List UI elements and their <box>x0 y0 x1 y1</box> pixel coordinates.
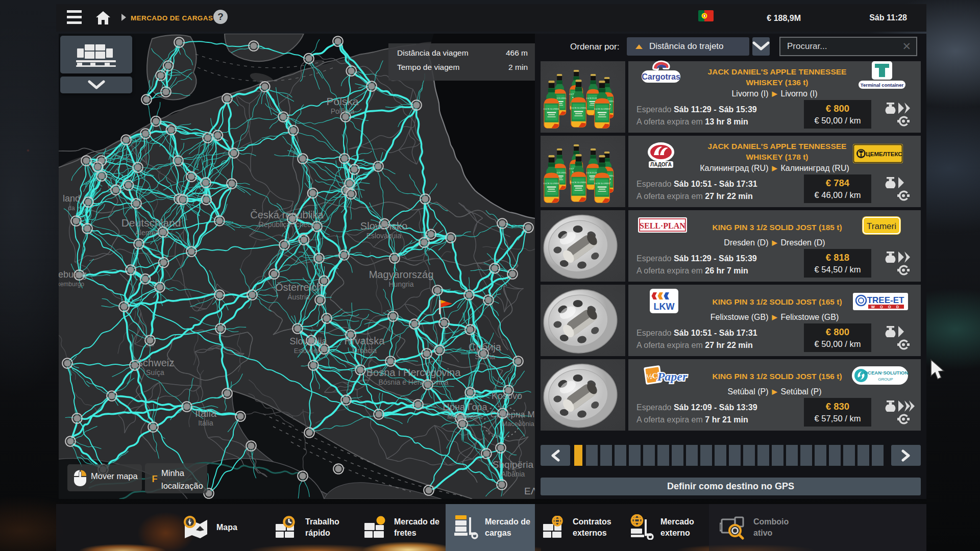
svg-text:JACK DANIEL: JACK DANIEL <box>570 107 586 109</box>
svg-text:Suíça: Suíça <box>146 368 164 377</box>
svg-text:Italia: Italia <box>195 408 217 419</box>
svg-text:JACK DANIEL: JACK DANIEL <box>594 108 610 110</box>
svg-text:Alemanha: Alemanha <box>135 229 167 237</box>
svg-text:Áustria: Áustria <box>287 293 310 301</box>
svg-text:uxemburgo: uxemburgo <box>59 281 84 288</box>
svg-text:Црна Гора: Црна Гора <box>443 402 488 412</box>
svg-text:Deutschland: Deutschland <box>121 217 181 229</box>
svg-text:Magyarország: Magyarország <box>369 269 434 280</box>
svg-text:tzebuerg: tzebuerg <box>59 269 87 280</box>
svg-text:JACK DANIEL: JACK DANIEL <box>594 182 610 185</box>
svg-text:Croácia: Croácia <box>352 346 377 355</box>
svg-text:Slovensko: Slovensko <box>360 220 407 232</box>
svg-text:Albânia: Albânia <box>501 470 525 478</box>
svg-text:ΕΛ: ΕΛ <box>524 486 535 496</box>
svg-text:Sérvia: Sérvia <box>475 353 495 361</box>
svg-text:Eslováquia: Eslováquia <box>366 232 402 240</box>
svg-text:Bosna i Hercegovina: Bosna i Hercegovina <box>366 367 461 378</box>
svg-text:Bósnia e Herzegovina: Bósnia e Herzegovina <box>379 378 449 386</box>
svg-text:JACK DANIEL: JACK DANIEL <box>570 181 586 184</box>
svg-text:Schweiz: Schweiz <box>136 357 174 368</box>
svg-text:República Tcheca: República Tcheca <box>259 220 315 229</box>
svg-text:Hrvatska: Hrvatska <box>345 335 385 346</box>
svg-text:Itália: Itália <box>198 419 213 427</box>
svg-text:Macedônia: Macedônia <box>502 420 534 428</box>
svg-text:land: land <box>63 193 80 204</box>
svg-text:Shqipëria: Shqipëria <box>493 459 534 470</box>
svg-text:Polska: Polska <box>326 95 358 107</box>
svg-text:Polônia: Polônia <box>331 107 355 115</box>
svg-text:Montenegro: Montenegro <box>447 413 482 420</box>
svg-text:GROUP: GROUP <box>878 377 893 382</box>
svg-text:Slovenija: Slovenija <box>289 336 327 346</box>
svg-text:Северна Мак.: Северна Мак. <box>490 410 535 419</box>
svg-text:da: da <box>68 205 75 212</box>
svg-text:Česká republika: Česká republika <box>250 209 324 220</box>
svg-text:Eslovênia: Eslovênia <box>294 347 323 355</box>
svg-text:JACK DANIEL: JACK DANIEL <box>543 108 559 110</box>
svg-text:Hungria: Hungria <box>388 280 413 288</box>
svg-text:Österreich: Österreich <box>275 282 322 293</box>
svg-text:Kosovo: Kosovo <box>492 391 522 401</box>
svg-text:Србија: Србија <box>469 341 502 353</box>
svg-text:LKW: LKW <box>654 302 675 312</box>
svg-text:JACK DANIEL: JACK DANIEL <box>543 182 559 185</box>
